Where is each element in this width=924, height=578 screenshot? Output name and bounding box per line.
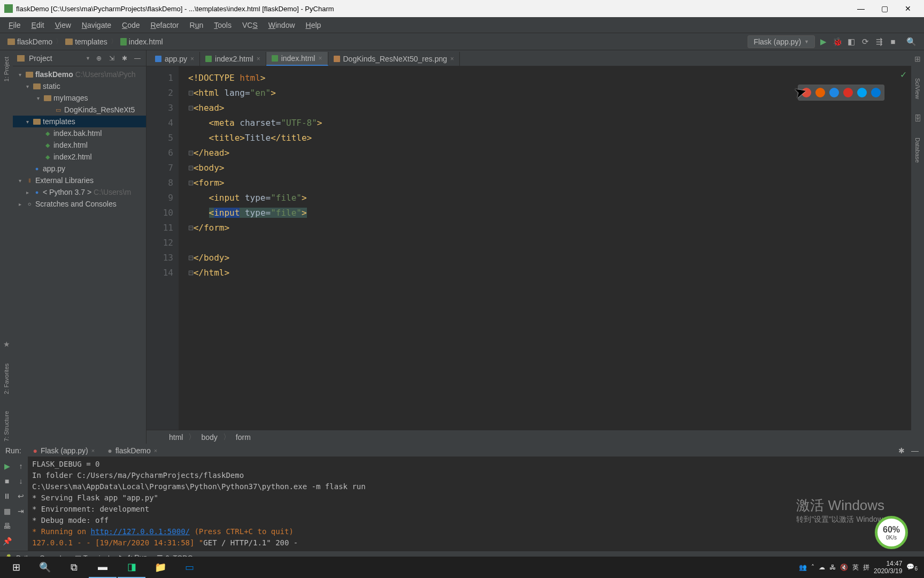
- chrome-icon[interactable]: [802, 88, 811, 97]
- gutter[interactable]: 1234567891011121314: [147, 66, 179, 430]
- menu-run[interactable]: Run: [186, 19, 208, 31]
- tree-row[interactable]: ◆index.html: [13, 139, 146, 151]
- pin-icon[interactable]: 📌: [2, 537, 12, 545]
- tree-row[interactable]: ◆index.bak.html: [13, 127, 146, 139]
- run-configuration-selector[interactable]: Flask (app.py)▼: [748, 35, 815, 48]
- editor-tab[interactable]: index2.html×: [200, 52, 266, 66]
- tool-tab-structure[interactable]: 7: Structure: [2, 409, 11, 444]
- search-button[interactable]: 🔍: [31, 557, 59, 578]
- close-icon[interactable]: ×: [450, 55, 454, 63]
- gear-icon[interactable]: ✱: [120, 55, 129, 62]
- crumb-body[interactable]: body: [201, 433, 217, 442]
- opera-icon[interactable]: [843, 88, 853, 97]
- onedrive-icon[interactable]: ☁: [819, 564, 825, 571]
- inspection-ok-icon[interactable]: ✓: [900, 70, 907, 80]
- volume-icon[interactable]: 🔇: [840, 564, 848, 571]
- close-icon[interactable]: ×: [190, 55, 194, 63]
- hide-icon[interactable]: —: [911, 446, 919, 455]
- tree-row[interactable]: ▾templates: [13, 116, 146, 127]
- scroll-down-icon[interactable]: ↓: [16, 477, 26, 485]
- run-tab-flask[interactable]: ●Flask (app.py)×: [28, 445, 101, 456]
- edge-icon[interactable]: [871, 88, 881, 97]
- tree-row[interactable]: ▸●< Python 3.7 > C:\Users\m: [13, 186, 146, 198]
- tool-tab-favorites[interactable]: 2: Favorites: [2, 361, 11, 396]
- project-tree[interactable]: ▾flaskDemo C:\Users\ma\Pych▾static▾myIma…: [13, 66, 146, 444]
- crumb-html[interactable]: html: [169, 433, 183, 442]
- menu-edit[interactable]: Edit: [27, 19, 49, 31]
- scroll-end-icon[interactable]: ⇥: [16, 507, 26, 515]
- editor-tab[interactable]: index.html×: [266, 52, 328, 66]
- pause-button[interactable]: ⏸: [2, 492, 12, 500]
- layout-icon[interactable]: ▦: [2, 507, 12, 515]
- tree-row[interactable]: ●app.py: [13, 163, 146, 174]
- keyboard-indicator[interactable]: 拼: [863, 563, 869, 572]
- people-icon[interactable]: 👥: [799, 564, 807, 571]
- debug-button[interactable]: 🐞: [832, 36, 843, 47]
- breadcrumb-root[interactable]: flaskDemo: [7, 37, 52, 46]
- terminal-taskbar-icon[interactable]: ▬: [89, 557, 117, 578]
- grid-icon[interactable]: ⊞: [914, 55, 921, 63]
- firefox-icon[interactable]: [815, 88, 825, 97]
- profile-button[interactable]: ⟳: [860, 36, 871, 47]
- editor-tab[interactable]: app.py×: [150, 52, 200, 66]
- menu-help[interactable]: Help: [302, 19, 326, 31]
- tree-row[interactable]: ▾⫴External Libraries: [13, 174, 146, 186]
- menu-navigate[interactable]: Navigate: [78, 19, 116, 31]
- run-tab-flaskdemo[interactable]: ●flaskDemo×: [102, 445, 163, 456]
- tree-row[interactable]: ▾flaskDemo C:\Users\ma\Pych: [13, 69, 146, 80]
- search-everywhere-button[interactable]: 🔍: [906, 36, 917, 47]
- tool-tab-sciview[interactable]: SciView: [913, 76, 922, 101]
- tray-up-icon[interactable]: ˄: [811, 564, 814, 571]
- close-button[interactable]: ✕: [896, 0, 920, 17]
- chevron-down-icon[interactable]: ▼: [86, 56, 90, 61]
- console-output[interactable]: FLASK_DEBUG = 0In folder C:/Users/ma/Pyc…: [28, 457, 924, 551]
- project-panel-title[interactable]: Project: [29, 54, 81, 63]
- start-button[interactable]: ⊞: [2, 557, 30, 578]
- menu-window[interactable]: Window: [264, 19, 299, 31]
- stop-button[interactable]: ■: [2, 477, 12, 485]
- explorer-taskbar-icon[interactable]: 📁: [147, 557, 174, 578]
- tree-row[interactable]: ▸○Scratches and Consoles: [13, 198, 146, 210]
- server-url-link[interactable]: http://127.0.0.1:5000/: [91, 527, 190, 536]
- run-button[interactable]: ▶: [818, 36, 829, 47]
- tool-tab-database[interactable]: Database: [913, 135, 922, 165]
- breadcrumb-templates[interactable]: templates: [65, 37, 107, 46]
- attach-button[interactable]: ⇶: [874, 36, 884, 47]
- database-icon[interactable]: 🗄: [914, 114, 921, 123]
- close-icon[interactable]: ×: [318, 55, 322, 62]
- safari-icon[interactable]: [829, 88, 839, 97]
- breadcrumb-file[interactable]: index.html: [120, 37, 163, 46]
- crumb-form[interactable]: form: [236, 433, 251, 442]
- ie-icon[interactable]: [857, 88, 867, 97]
- notification-center[interactable]: 💬6: [906, 563, 918, 572]
- print-icon[interactable]: 🖶: [2, 522, 12, 530]
- tool-tab-project[interactable]: 1: Project: [2, 55, 11, 83]
- edge-taskbar-icon[interactable]: ▭: [175, 557, 203, 578]
- hide-icon[interactable]: —: [133, 55, 142, 62]
- menu-code[interactable]: Code: [118, 19, 144, 31]
- tree-row[interactable]: ◆index2.html: [13, 151, 146, 163]
- network-icon[interactable]: 🖧: [829, 564, 836, 571]
- tree-row[interactable]: ▭DogKinds_ResNeXt5: [13, 104, 146, 116]
- tree-row[interactable]: ▾static: [13, 80, 146, 92]
- close-icon[interactable]: ×: [257, 55, 260, 63]
- code-area[interactable]: <!DOCTYPE html> ⊟<html lang="en"> ⊟<head…: [179, 66, 911, 430]
- menu-tools[interactable]: Tools: [210, 19, 236, 31]
- bookmark-icon[interactable]: ★: [3, 340, 10, 348]
- close-icon[interactable]: ×: [91, 447, 95, 454]
- scroll-up-icon[interactable]: ↑: [16, 462, 26, 470]
- soft-wrap-icon[interactable]: ↩: [16, 492, 26, 500]
- close-icon[interactable]: ×: [154, 447, 157, 454]
- locate-icon[interactable]: ⊕: [95, 55, 103, 62]
- maximize-button[interactable]: ▢: [873, 0, 896, 17]
- collapse-icon[interactable]: ⇲: [107, 55, 116, 62]
- minimize-button[interactable]: —: [849, 0, 873, 17]
- menu-file[interactable]: File: [4, 19, 25, 31]
- menu-refactor[interactable]: Refactor: [147, 19, 183, 31]
- ime-indicator[interactable]: 英: [852, 563, 859, 572]
- editor-tab[interactable]: DogKinds_ResNeXt50_res.png×: [328, 52, 460, 66]
- menu-view[interactable]: View: [51, 19, 75, 31]
- tree-row[interactable]: ▾myImages: [13, 92, 146, 104]
- pycharm-taskbar-icon[interactable]: ◨: [118, 557, 145, 578]
- coverage-button[interactable]: ◧: [846, 36, 857, 47]
